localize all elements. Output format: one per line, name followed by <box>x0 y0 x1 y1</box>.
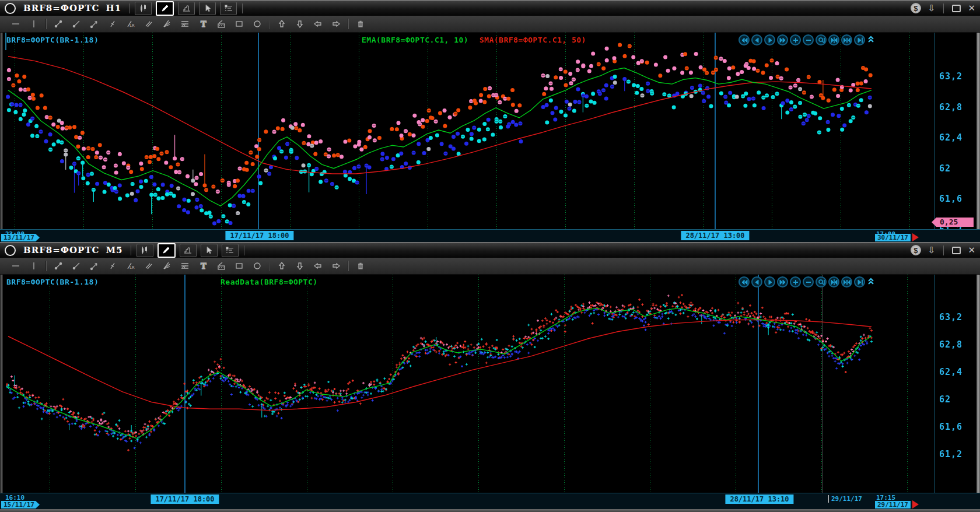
window-system-icon[interactable] <box>5 245 16 256</box>
arrow-down-tool[interactable] <box>291 17 309 31</box>
measure-tool[interactable] <box>212 259 230 273</box>
arrow-left-tool[interactable] <box>309 17 327 31</box>
fib-levels-icon <box>180 19 190 29</box>
trend-segment-tool[interactable] <box>50 259 67 273</box>
window-system-icon[interactable] <box>5 3 16 14</box>
time-axis[interactable]: 23:0013/11/1717/11/17 18:0028/11/17 13:0… <box>0 229 980 242</box>
angle-tool[interactable] <box>104 17 121 31</box>
price-chart-canvas[interactable] <box>4 275 935 493</box>
arrow-down-tool[interactable] <box>291 259 309 273</box>
angle-tool[interactable] <box>104 259 121 273</box>
minimize-icon[interactable] <box>952 5 961 12</box>
arrow-up-tool[interactable] <box>273 17 290 31</box>
compress-scale-button[interactable] <box>828 34 839 45</box>
linear-regression-tool[interactable]: LR <box>122 259 139 273</box>
trend-segment-tool[interactable] <box>50 17 67 31</box>
collapse-chart-button[interactable] <box>867 34 875 45</box>
draw-mode-button[interactable] <box>156 1 174 16</box>
step-forward-button[interactable] <box>764 34 775 45</box>
expand-scale-button[interactable] <box>841 276 852 287</box>
arrow-right-tool[interactable] <box>327 259 345 273</box>
ellipse-icon <box>253 19 262 29</box>
expand-scale-button[interactable] <box>841 34 852 45</box>
delete-drawings-tool[interactable] <box>352 259 369 273</box>
fan-lines-tool[interactable] <box>158 17 176 31</box>
arrow-right-tool[interactable] <box>327 17 345 31</box>
arrow-up-icon <box>277 261 286 271</box>
volume-profile-button[interactable] <box>178 2 195 15</box>
go-to-end-button[interactable] <box>854 34 865 45</box>
chart-style-button[interactable] <box>135 2 152 15</box>
levels-button[interactable] <box>220 2 237 15</box>
collapse-window-button[interactable]: ⇩ <box>928 246 936 255</box>
text-tool[interactable]: T <box>194 259 212 273</box>
arrow-trend-tool[interactable] <box>86 259 103 273</box>
vertical-line-tool[interactable] <box>25 259 43 273</box>
arrow-up-tool[interactable] <box>273 259 290 273</box>
ray-tool[interactable] <box>68 17 85 31</box>
cursor-mode-button[interactable] <box>199 2 216 15</box>
price-axis[interactable]: 63,262,862,46261,661,2 <box>935 33 977 230</box>
parallel-channel-tool[interactable] <box>140 17 158 31</box>
rectangle-icon <box>235 261 244 271</box>
fast-backward-button[interactable] <box>738 276 750 287</box>
zoom-in-button[interactable] <box>790 276 801 287</box>
price-axis[interactable]: 63,262,862,46261,661,2 <box>935 275 977 493</box>
money-button[interactable]: $ <box>911 3 921 13</box>
fan-lines-tool[interactable] <box>158 259 176 273</box>
vertical-line-tool[interactable] <box>25 17 43 31</box>
cursor-mode-button[interactable] <box>201 244 218 257</box>
linear-regression-tool[interactable]: LR <box>122 17 139 31</box>
step-backward-button[interactable] <box>751 276 762 287</box>
fib-levels-tool[interactable] <box>176 17 194 31</box>
collapse-window-button[interactable]: ⇩ <box>928 4 936 13</box>
fib-levels-tool[interactable] <box>176 259 194 273</box>
money-button[interactable]: $ <box>911 245 921 255</box>
measure-icon <box>216 261 226 271</box>
go-to-end-button[interactable] <box>854 276 865 287</box>
fast-forward-button[interactable] <box>777 34 788 45</box>
window-titlebar[interactable]: BRF8=ФOPTCH1$⇩✕ <box>0 0 980 16</box>
price-chart-canvas[interactable] <box>4 33 935 230</box>
draw-mode-button[interactable] <box>158 243 176 258</box>
collapse-chart-button[interactable] <box>867 276 875 287</box>
minimize-icon[interactable] <box>952 247 961 254</box>
ray-tool[interactable] <box>68 259 85 273</box>
fast-backward-icon <box>741 37 748 44</box>
text-tool[interactable]: T <box>194 17 212 31</box>
zoom-out-button[interactable] <box>803 276 814 287</box>
delete-drawings-tool[interactable] <box>352 17 369 31</box>
close-button[interactable]: ✕ <box>968 246 975 255</box>
window-titlebar[interactable]: BRF8=ФOPTCM5$⇩✕ <box>0 242 980 258</box>
ellipse-tool[interactable] <box>249 17 266 31</box>
arrow-trend-tool[interactable] <box>86 17 103 31</box>
titlebar-separator <box>242 3 243 13</box>
parallel-channel-icon <box>144 261 153 271</box>
horizontal-line-tool[interactable] <box>7 17 24 31</box>
zoom-in-button[interactable] <box>790 34 801 45</box>
time-axis[interactable]: 16:1015/11/1717/11/17 18:0028/11/17 13:1… <box>0 493 980 509</box>
arrow-left-tool[interactable] <box>309 259 327 273</box>
horizontal-line-tool[interactable] <box>7 259 24 273</box>
volume-profile-button[interactable] <box>180 244 197 257</box>
fast-forward-button[interactable] <box>777 276 788 287</box>
levels-button[interactable] <box>222 244 239 257</box>
step-backward-icon <box>754 279 761 286</box>
arrow-right-icon <box>331 19 341 29</box>
zoom-region-button[interactable] <box>816 34 827 45</box>
compress-scale-button[interactable] <box>828 276 839 287</box>
zoom-region-button[interactable] <box>816 276 827 287</box>
step-forward-button[interactable] <box>764 276 775 287</box>
measure-tool[interactable] <box>212 17 230 31</box>
zoom-out-button[interactable] <box>803 34 814 45</box>
close-button[interactable]: ✕ <box>968 4 975 13</box>
rectangle-tool[interactable] <box>230 259 248 273</box>
fast-backward-button[interactable] <box>738 34 750 45</box>
parallel-channel-tool[interactable] <box>140 259 158 273</box>
cursor-icon <box>204 246 214 255</box>
ellipse-tool[interactable] <box>249 259 266 273</box>
chart-style-button[interactable] <box>136 244 153 257</box>
step-backward-button[interactable] <box>751 34 762 45</box>
delete-drawings-icon <box>356 19 365 29</box>
rectangle-tool[interactable] <box>230 17 248 31</box>
